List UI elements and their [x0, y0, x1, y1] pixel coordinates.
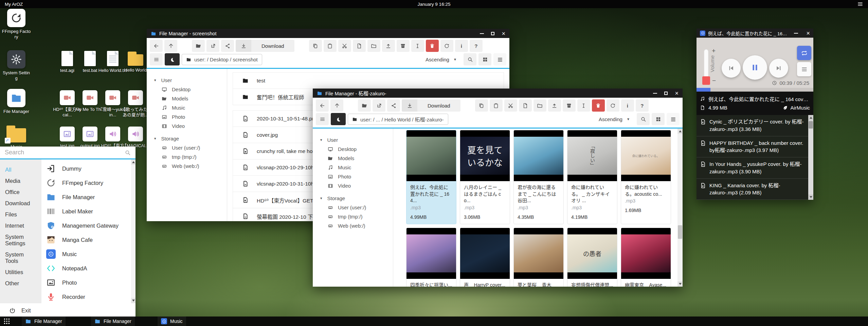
- path-box[interactable]: user: / ... / Hello World / 柘榴-zakuro-: [348, 114, 448, 125]
- playlist-item[interactable]: In Your Hands _ yusukeP cover. by 柘榴-zak…: [697, 157, 808, 179]
- toolbar-info-button[interactable]: i: [621, 99, 634, 112]
- grid-view-button[interactable]: [478, 53, 491, 65]
- category-utilities[interactable]: Utilities: [0, 267, 41, 278]
- scrollbar[interactable]: [677, 129, 683, 287]
- toolbar-paste-button[interactable]: [490, 99, 503, 112]
- playlist-item[interactable]: Cynic _ ポリスピカデリー cover. by 柘榴-zakuro-.mp…: [697, 115, 808, 136]
- sidebar-item-desktop[interactable]: Desktop: [147, 85, 227, 94]
- desktop-icon-ffmpeg-factory[interactable]: FFmpeg Factory: [1, 9, 32, 40]
- title-bar[interactable]: File Manager - screenshot ×: [147, 29, 509, 38]
- scrollbar-thumb[interactable]: [809, 121, 813, 129]
- toolbar-share-button[interactable]: [387, 99, 400, 112]
- pause-button[interactable]: [743, 55, 767, 80]
- sidebar-item-tmp-tmp-[interactable]: tmp (tmp:/): [313, 212, 393, 221]
- desktop-icon-system-setting[interactable]: System Setting: [1, 50, 32, 81]
- toolbar-upload-button[interactable]: [382, 40, 395, 52]
- toolbar-cut-button[interactable]: [504, 99, 517, 112]
- progress-bar[interactable]: [697, 88, 813, 92]
- app-item-file-manager[interactable]: File Manager: [46, 190, 131, 204]
- toolbar-paste-button[interactable]: [324, 40, 337, 52]
- toolbar-new-folder-button[interactable]: [367, 40, 380, 52]
- toolbar-copy-button[interactable]: [309, 40, 322, 52]
- toolbar-rename-button[interactable]: [577, 99, 590, 112]
- close-button[interactable]: ×: [806, 30, 810, 36]
- sidebar-section-storage[interactable]: ▾Storage: [147, 134, 227, 143]
- category-all[interactable]: All: [0, 164, 41, 175]
- playlist-scrollbar[interactable]: [808, 115, 813, 200]
- music-tile[interactable]: の愚者 妄想感傷代償連盟...: [567, 228, 617, 287]
- toolbar-new-file-button[interactable]: [353, 40, 366, 52]
- app-item-notepada[interactable]: NotepadA: [46, 261, 131, 275]
- grid-view-button[interactable]: [652, 113, 665, 125]
- category-office[interactable]: Office: [0, 187, 41, 198]
- toolbar-cut-button[interactable]: [338, 40, 351, 52]
- scrollbar-thumb[interactable]: [678, 225, 682, 239]
- list-view-button[interactable]: [493, 53, 506, 65]
- maximize-button[interactable]: [664, 92, 668, 95]
- music-tile[interactable]: 四季折々に揺蕩い...: [406, 228, 456, 287]
- sidebar-item-user-user-[interactable]: User (user:/): [313, 203, 393, 212]
- minimize-button[interactable]: [653, 93, 657, 94]
- scroll-down-button[interactable]: [808, 194, 813, 200]
- title-bar[interactable]: 例えば、今此処に置かれた花に _ 164 c⋯ ×: [697, 28, 813, 38]
- player-menu-button[interactable]: [797, 62, 811, 76]
- sidebar-item-models[interactable]: Models: [313, 154, 393, 163]
- playlist-item[interactable]: KING _ Kanaria cover. by 柘榴-zakuro-.mp3 …: [697, 179, 808, 200]
- app-item-label-maker[interactable]: Label Maker: [46, 204, 131, 218]
- search-input[interactable]: [5, 149, 125, 156]
- sidebar-item-music[interactable]: Music: [313, 163, 393, 172]
- category-internet[interactable]: Internet: [0, 220, 41, 231]
- music-tile[interactable]: 夢と葉桜 _ 青木月...: [513, 228, 564, 287]
- sidebar-item-photo[interactable]: Photo: [313, 172, 393, 181]
- sidebar-section-user[interactable]: ▾User: [147, 76, 227, 85]
- toolbar-refresh-button[interactable]: [607, 99, 619, 112]
- app-item-dummy[interactable]: Dummy: [46, 161, 131, 176]
- app-item-music[interactable]: Music: [46, 247, 131, 261]
- toolbar-new-folder-button[interactable]: [534, 99, 546, 112]
- toolbar-back-button[interactable]: [316, 99, 329, 112]
- minimize-button[interactable]: [794, 33, 798, 34]
- app-launcher-button[interactable]: [3, 318, 11, 325]
- category-other[interactable]: Other: [0, 278, 41, 289]
- close-button[interactable]: ×: [675, 90, 679, 96]
- sort-dropdown[interactable]: Ascending▾: [593, 113, 635, 125]
- toolbar-archive-button[interactable]: [397, 40, 410, 52]
- dark-mode-button[interactable]: [331, 113, 346, 125]
- file-row[interactable]: test: [233, 73, 504, 89]
- taskbar-item-file-manager[interactable]: File Manager: [22, 317, 66, 326]
- sidebar-toggle-button[interactable]: [316, 113, 329, 125]
- exit-button[interactable]: Exit: [0, 303, 135, 318]
- sidebar-section-user[interactable]: ▾User: [313, 135, 393, 145]
- toolbar-new-file-button[interactable]: [519, 99, 532, 112]
- music-tile[interactable]: 例えば、今此処に置かれた花に _ 164... .mp3 4.99MB: [406, 130, 456, 224]
- toolbar-external-button[interactable]: [373, 99, 385, 112]
- toolbar-back-button[interactable]: [150, 40, 163, 52]
- app-item-photo[interactable]: Photo: [46, 275, 131, 290]
- toolbar-open-button[interactable]: [358, 99, 371, 112]
- app-item-recorder[interactable]: Recorder: [46, 290, 131, 303]
- toolbar-open-button[interactable]: [192, 40, 205, 52]
- toolbar-up-button[interactable]: [330, 99, 343, 112]
- music-tile[interactable]: 声 _ HarryP cover...: [460, 228, 510, 287]
- toolbar-delete-button[interactable]: [592, 99, 605, 112]
- music-tile[interactable]: 「寂しい」 命に嫌われている。 _ カンザキイオリ ... .mp3 4.19M…: [567, 130, 617, 224]
- desktop-icon-file-manager[interactable]: File Manager: [1, 89, 32, 114]
- toolbar-archive-button[interactable]: [563, 99, 576, 112]
- close-button[interactable]: ×: [502, 31, 505, 37]
- dark-mode-button[interactable]: [165, 53, 180, 65]
- toolbar-download-button[interactable]: Download: [402, 99, 460, 112]
- volume-handle[interactable]: [702, 76, 710, 85]
- scroll-up-button[interactable]: [131, 159, 135, 165]
- sidebar-item-user-user-[interactable]: User (user:/): [147, 143, 227, 152]
- sidebar-item-music[interactable]: Music: [147, 103, 227, 112]
- scroll-up-button[interactable]: [677, 129, 683, 134]
- toolbar-delete-button[interactable]: [426, 40, 439, 52]
- taskbar-item-file-manager[interactable]: File Manager: [91, 317, 135, 326]
- app-item-ffmpeg-factory[interactable]: FFmpeg Factory: [46, 176, 131, 190]
- search-button[interactable]: [464, 53, 476, 65]
- hamburger-menu-icon[interactable]: [857, 1, 863, 7]
- music-tile[interactable]: 夏を見て いるかな 八月のレイニー _ はるまきごはん co... .mp3 3…: [460, 130, 510, 224]
- toolbar-info-button[interactable]: i: [455, 40, 468, 52]
- music-tile[interactable]: 君が夜の海に還るまで _ こんにちは谷田... .mp3 4.35MB: [513, 130, 564, 224]
- sidebar-item-desktop[interactable]: Desktop: [313, 145, 393, 154]
